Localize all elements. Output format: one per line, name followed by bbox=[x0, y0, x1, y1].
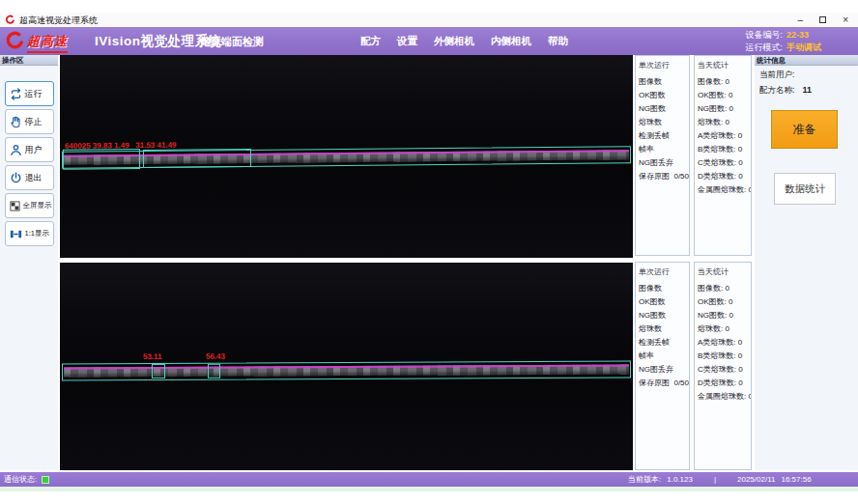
stat-row: NG图丢弃 bbox=[639, 156, 689, 170]
daily-stats-box-1: 当天统计 图像数: 0OK图数: 0NG图数: 0熔珠数: 0A类熔珠数: 0B… bbox=[694, 55, 752, 256]
fullscreen-button[interactable]: 全屏显示 bbox=[5, 193, 54, 218]
stat-row: 检测丢帧 bbox=[639, 336, 689, 350]
maximize-button[interactable] bbox=[819, 13, 826, 27]
stat-row: 帧率 bbox=[639, 350, 689, 363]
measurement-value: 56.43 bbox=[206, 352, 225, 361]
status-separator: | bbox=[714, 475, 716, 484]
run-icon bbox=[9, 87, 23, 101]
data-statistics-button[interactable]: 数据统计 bbox=[774, 173, 836, 205]
maximize-icon bbox=[819, 16, 826, 23]
main-menu: 配方 设置 外侧相机 内侧相机 帮助 bbox=[360, 27, 568, 55]
stat-row: 图像数 bbox=[639, 282, 689, 295]
stat-row: 图像数: 0 bbox=[698, 282, 751, 295]
app-logo-icon bbox=[5, 14, 15, 25]
stat-row: 保存原图 0/500 bbox=[639, 377, 689, 390]
operation-area-title: 操作区 bbox=[0, 55, 58, 66]
stat-row: 熔珠数: 0 bbox=[698, 322, 751, 336]
window-title: 超高速视觉处理系统 bbox=[19, 14, 98, 27]
window-titlebar: 超高速视觉处理系统 – × bbox=[0, 13, 858, 27]
ready-button[interactable]: 准备 bbox=[771, 110, 838, 149]
stat-row: 图像数 bbox=[639, 75, 689, 89]
app-subtitle: 熔珠端面检测 bbox=[200, 27, 264, 55]
stat-row: D类熔珠数: 0 bbox=[698, 377, 751, 390]
menu-item-settings[interactable]: 设置 bbox=[397, 35, 417, 48]
stat-row: OK图数 bbox=[639, 295, 689, 309]
camera-view-top: 640025 39.83 1.49 31.53 41.49 bbox=[60, 55, 633, 258]
single-run-title: 单次运行 bbox=[639, 60, 689, 70]
stat-row: 熔珠数 bbox=[639, 116, 689, 129]
stat-row: A类熔珠数: 0 bbox=[698, 129, 751, 143]
statistics-panel-title: 统计信息 bbox=[755, 55, 858, 66]
stat-row: 保存原图 0/500 bbox=[639, 170, 689, 183]
menu-item-inner-camera[interactable]: 内侧相机 bbox=[491, 35, 531, 48]
stop-button[interactable]: 停止 bbox=[5, 109, 54, 134]
detection-subbox bbox=[208, 364, 220, 378]
close-button[interactable]: × bbox=[843, 13, 848, 27]
one-to-one-icon bbox=[9, 227, 23, 241]
run-mode-label: 运行模式: bbox=[738, 42, 783, 54]
one-to-one-label: 1:1显示 bbox=[25, 229, 49, 238]
exit-button[interactable]: 退出 bbox=[5, 165, 54, 190]
stat-row: NG图数: 0 bbox=[698, 309, 751, 322]
stat-row: B类熔珠数: 0 bbox=[698, 143, 751, 156]
status-time: 16:57:56 bbox=[781, 475, 811, 484]
stat-row: B类熔珠数: 0 bbox=[698, 350, 751, 363]
device-info: 设备编号: 22-33 运行模式: 手动调试 bbox=[738, 29, 821, 54]
stat-row: OK图数 bbox=[639, 89, 689, 102]
run-button[interactable]: 运行 bbox=[5, 81, 54, 106]
menu-item-recipe[interactable]: 配方 bbox=[360, 35, 381, 48]
stop-label: 停止 bbox=[25, 116, 43, 128]
comm-status-indicator bbox=[42, 476, 49, 484]
one-to-one-button[interactable]: 1:1显示 bbox=[5, 221, 54, 246]
camera-view-bottom: 53.11 56.43 bbox=[60, 263, 633, 470]
status-date: 2025/02/11 bbox=[737, 475, 775, 484]
stat-row: C类熔珠数: 0 bbox=[698, 156, 751, 170]
operation-sidebar: 操作区 运行 停止 用户 bbox=[0, 55, 58, 470]
detection-subbox bbox=[152, 364, 165, 378]
device-id-label: 设备编号: bbox=[738, 29, 783, 42]
stat-row: 熔珠数 bbox=[639, 322, 689, 336]
stat-row: C类熔珠数: 0 bbox=[698, 363, 751, 377]
detection-subbox bbox=[63, 149, 140, 170]
user-button[interactable]: 用户 bbox=[5, 137, 54, 162]
power-icon bbox=[9, 171, 23, 185]
stat-row: 金属圈熔珠数: 0 bbox=[698, 390, 751, 404]
stat-row: 熔珠数: 0 bbox=[698, 116, 751, 129]
fullscreen-label: 全屏显示 bbox=[23, 201, 52, 210]
run-label: 运行 bbox=[25, 88, 43, 100]
recipe-name-label: 配方名称: bbox=[759, 85, 794, 95]
measurement-value: 53.11 bbox=[143, 352, 162, 361]
single-run-title: 单次运行 bbox=[639, 266, 689, 277]
version-label: 当前版本: bbox=[628, 474, 661, 485]
user-label: 用户 bbox=[25, 144, 43, 156]
stat-row: 金属圈熔珠数: 0 bbox=[698, 183, 751, 197]
daily-stats-title: 当天统计 bbox=[698, 60, 751, 70]
stat-row: 图像数: 0 bbox=[698, 75, 751, 89]
statistics-panel: 统计信息 当前用户: 配方名称:11 准备 数据统计 bbox=[755, 55, 858, 470]
brand-name: 超高速 bbox=[27, 33, 68, 53]
comm-status-label: 通信状态: bbox=[4, 474, 37, 485]
current-user-label: 当前用户: bbox=[755, 66, 858, 81]
single-run-stats-box-2: 单次运行 图像数OK图数NG图数熔珠数检测丢帧帧率NG图丢弃保存原图 0/500 bbox=[635, 262, 690, 470]
product-strip-top: 640025 39.83 1.49 31.53 41.49 bbox=[62, 146, 631, 169]
stop-hand-icon bbox=[9, 115, 23, 129]
product-strip-bottom: 53.11 56.43 bbox=[62, 360, 631, 380]
menu-item-help[interactable]: 帮助 bbox=[548, 35, 568, 48]
stat-row: NG图数 bbox=[639, 309, 689, 322]
stat-row: OK图数: 0 bbox=[698, 295, 751, 309]
measurement-annotation: 640025 39.83 1.49 31.53 41.49 bbox=[65, 141, 177, 151]
run-mode-value: 手动调试 bbox=[786, 42, 821, 54]
daily-stats-title: 当天统计 bbox=[698, 266, 751, 277]
detection-subbox bbox=[143, 149, 251, 168]
fullscreen-icon bbox=[9, 200, 21, 212]
stat-row: D类熔珠数: 0 bbox=[698, 170, 751, 183]
recipe-name-value: 11 bbox=[802, 85, 812, 95]
daily-stats-box-2: 当天统计 图像数: 0OK图数: 0NG图数: 0熔珠数: 0A类熔珠数: 0B… bbox=[694, 262, 752, 470]
minimize-button[interactable]: – bbox=[798, 13, 804, 27]
stat-row: A类熔珠数: 0 bbox=[698, 336, 751, 350]
stat-row: NG图数: 0 bbox=[698, 102, 751, 116]
status-bar: 通信状态: 当前版本: 1.0.123 | 2025/02/11 16:57:5… bbox=[0, 472, 858, 487]
app-header: 超高速 IVision视觉处理系统 熔珠端面检测 配方 设置 外侧相机 内侧相机… bbox=[0, 27, 858, 55]
menu-item-outer-camera[interactable]: 外侧相机 bbox=[434, 35, 474, 48]
window-bottom-edge bbox=[0, 487, 858, 491]
